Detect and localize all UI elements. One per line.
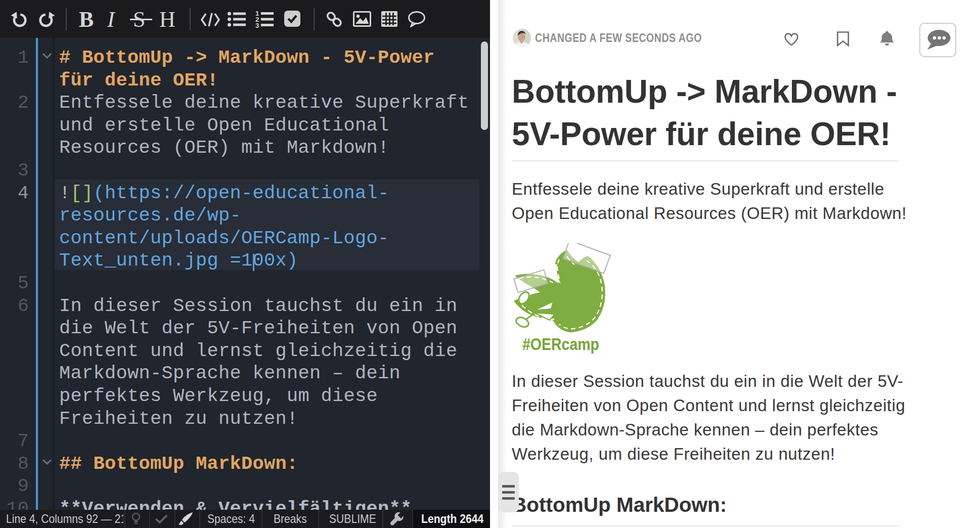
svg-text:#OERcamp: #OERcamp — [522, 335, 599, 354]
svg-text:3: 3 — [255, 22, 259, 28]
